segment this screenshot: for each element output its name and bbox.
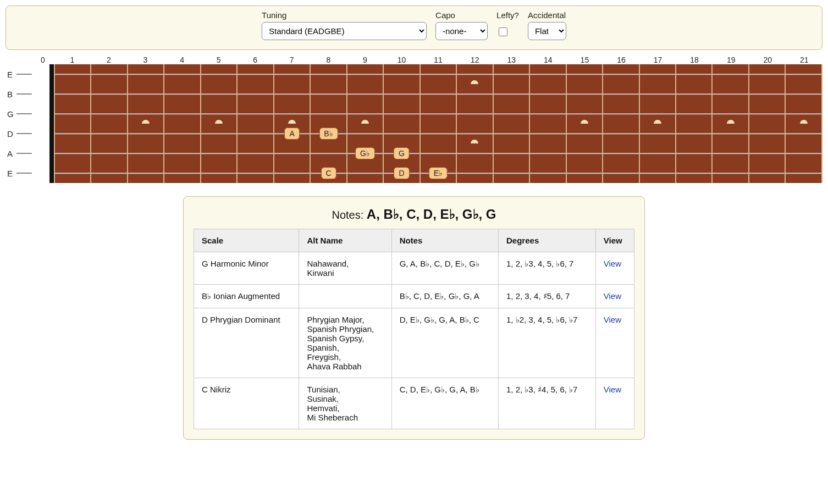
fret-cell[interactable] bbox=[421, 64, 457, 84]
fret-cell[interactable] bbox=[274, 143, 311, 163]
fret-cell[interactable] bbox=[676, 143, 713, 163]
fret-cell[interactable] bbox=[201, 104, 238, 124]
fret-cell[interactable] bbox=[238, 143, 274, 163]
fret-cell[interactable] bbox=[786, 104, 822, 124]
fret-cell[interactable] bbox=[164, 104, 201, 124]
fret-cell[interactable] bbox=[567, 163, 603, 183]
fret-cell[interactable] bbox=[640, 163, 676, 183]
fret-cell[interactable] bbox=[457, 104, 493, 124]
fret-cell[interactable] bbox=[494, 84, 530, 104]
fret-cell[interactable] bbox=[128, 124, 164, 143]
fret-cell[interactable] bbox=[54, 104, 91, 124]
fret-cell[interactable] bbox=[54, 124, 91, 143]
fret-cell[interactable] bbox=[713, 143, 749, 163]
accidental-select[interactable]: Flat bbox=[528, 22, 566, 40]
fret-cell[interactable] bbox=[347, 64, 384, 84]
fret-cell[interactable] bbox=[676, 104, 713, 124]
fret-cell[interactable] bbox=[640, 64, 676, 84]
fret-cell[interactable] bbox=[640, 104, 676, 124]
view-link[interactable]: View bbox=[604, 385, 621, 394]
fret-cell[interactable] bbox=[128, 64, 164, 84]
fret-cell[interactable]: E♭ bbox=[421, 163, 457, 183]
lefty-checkbox[interactable] bbox=[499, 27, 507, 36]
fret-cell[interactable] bbox=[749, 124, 786, 143]
fret-cell[interactable] bbox=[676, 124, 713, 143]
fret-cell[interactable] bbox=[311, 64, 347, 84]
fret-cell[interactable] bbox=[640, 124, 676, 143]
fret-cell[interactable] bbox=[567, 84, 603, 104]
fret-cell[interactable] bbox=[567, 143, 603, 163]
fret-cell[interactable] bbox=[128, 143, 164, 163]
fret-cell[interactable] bbox=[311, 143, 347, 163]
fret-cell[interactable] bbox=[311, 84, 347, 104]
fret-cell[interactable] bbox=[457, 64, 493, 84]
fret-cell[interactable] bbox=[54, 64, 91, 84]
fret-cell[interactable]: G bbox=[384, 143, 420, 163]
note-marker[interactable]: B♭ bbox=[319, 128, 338, 140]
fret-cell[interactable] bbox=[91, 143, 128, 163]
note-marker[interactable]: G♭ bbox=[355, 147, 375, 159]
fret-cell[interactable] bbox=[91, 104, 128, 124]
fret-cell[interactable] bbox=[274, 163, 311, 183]
fret-cell[interactable] bbox=[421, 124, 457, 143]
note-marker[interactable]: G bbox=[394, 147, 410, 159]
fret-cell[interactable] bbox=[238, 124, 274, 143]
fret-cell[interactable] bbox=[713, 64, 749, 84]
fret-cell[interactable] bbox=[603, 104, 639, 124]
fret-cell[interactable] bbox=[676, 163, 713, 183]
fret-cell[interactable] bbox=[347, 84, 384, 104]
fret-cell[interactable] bbox=[421, 143, 457, 163]
fret-cell[interactable] bbox=[749, 64, 786, 84]
fret-cell[interactable] bbox=[384, 104, 420, 124]
fret-cell[interactable] bbox=[421, 104, 457, 124]
fret-cell[interactable] bbox=[54, 143, 91, 163]
fret-cell[interactable] bbox=[91, 64, 128, 84]
fret-cell[interactable] bbox=[786, 163, 822, 183]
fret-cell[interactable] bbox=[567, 124, 603, 143]
fret-cell[interactable] bbox=[749, 104, 786, 124]
fret-cell[interactable] bbox=[640, 143, 676, 163]
fret-cell[interactable] bbox=[384, 124, 420, 143]
fret-cell[interactable] bbox=[421, 84, 457, 104]
fret-cell[interactable] bbox=[274, 84, 311, 104]
fret-cell[interactable] bbox=[164, 64, 201, 84]
fret-cell[interactable] bbox=[347, 104, 384, 124]
fret-cell[interactable] bbox=[347, 163, 384, 183]
fret-cell[interactable] bbox=[457, 143, 493, 163]
note-marker[interactable]: A bbox=[284, 128, 300, 140]
fret-cell[interactable] bbox=[274, 64, 311, 84]
fret-cell[interactable] bbox=[603, 124, 639, 143]
fret-cell[interactable] bbox=[91, 124, 128, 143]
fret-cell[interactable] bbox=[494, 143, 530, 163]
fret-cell[interactable] bbox=[713, 84, 749, 104]
fret-cell[interactable] bbox=[786, 124, 822, 143]
fret-cell[interactable] bbox=[201, 84, 238, 104]
fret-cell[interactable]: B♭ bbox=[311, 124, 347, 143]
fret-cell[interactable] bbox=[676, 84, 713, 104]
fret-cell[interactable] bbox=[91, 163, 128, 183]
fret-cell[interactable] bbox=[567, 104, 603, 124]
fret-cell[interactable] bbox=[238, 64, 274, 84]
fret-cell[interactable] bbox=[530, 84, 566, 104]
fret-cell[interactable] bbox=[786, 84, 822, 104]
fret-cell[interactable]: D bbox=[384, 163, 420, 183]
fret-cell[interactable] bbox=[201, 124, 238, 143]
fret-cell[interactable] bbox=[457, 124, 493, 143]
fret-cell[interactable] bbox=[749, 143, 786, 163]
capo-select[interactable]: -none- bbox=[435, 22, 488, 40]
fret-cell[interactable] bbox=[494, 124, 530, 143]
fret-cell[interactable] bbox=[274, 104, 311, 124]
fret-cell[interactable] bbox=[603, 64, 639, 84]
fret-cell[interactable] bbox=[530, 143, 566, 163]
fret-cell[interactable] bbox=[457, 163, 493, 183]
fret-cell[interactable] bbox=[494, 104, 530, 124]
fret-cell[interactable] bbox=[54, 84, 91, 104]
fret-cell[interactable] bbox=[238, 84, 274, 104]
fret-cell[interactable] bbox=[749, 163, 786, 183]
fret-cell[interactable] bbox=[713, 124, 749, 143]
fret-cell[interactable] bbox=[749, 84, 786, 104]
fret-cell[interactable] bbox=[347, 124, 384, 143]
fret-cell[interactable] bbox=[311, 104, 347, 124]
fret-cell[interactable] bbox=[128, 104, 164, 124]
fret-cell[interactable] bbox=[603, 163, 639, 183]
